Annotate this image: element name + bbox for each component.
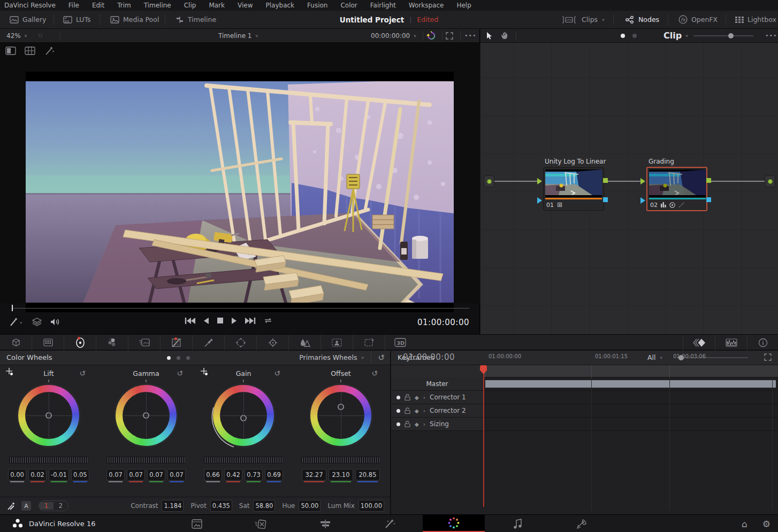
pivot-value[interactable]: 0.435 [210,500,232,512]
keyframes-filter-select[interactable]: All∨ [647,353,663,361]
lift-y-value[interactable]: 0.00 [8,469,26,481]
viewer-zoom-select[interactable]: 42%∨ [6,29,27,42]
keyframe-diamond-icon[interactable]: ◆ [415,395,419,400]
menu-view[interactable]: View [238,2,253,9]
clips-button[interactable]: Clips∨ [556,11,611,28]
pointer-tool-icon[interactable] [486,29,493,42]
viewer-clip-timecode[interactable]: 00:00:00:00∨ [371,29,417,42]
node-nav-dots[interactable] [621,29,625,42]
viewer-options-menu[interactable]: ••• [464,29,476,42]
page-tab-1[interactable]: 1 [39,502,54,510]
lift-reset-icon[interactable]: ↺ [79,369,86,377]
layers-icon[interactable] [32,318,42,326]
split-screen-icon[interactable] [5,46,16,56]
wheels-page-dots[interactable] [167,356,190,360]
key-input-port[interactable] [640,197,645,204]
gamma-b-value[interactable]: 0.07 [167,469,186,481]
saturation-value[interactable]: 58.80 [253,500,275,512]
scrubber-playhead[interactable] [12,305,13,311]
page-tab-2[interactable]: 2 [54,502,68,510]
track-lock-icon[interactable] [405,421,410,427]
expand-viewer-icon[interactable] [446,29,453,42]
step-back-button[interactable] [203,317,209,325]
menu-edit[interactable]: Edit [92,2,104,9]
gain-g-value[interactable]: 0.73 [245,469,263,481]
output-node[interactable] [765,175,775,187]
track-enable-icon[interactable] [396,396,400,399]
edit-page-button[interactable] [309,515,341,532]
gamma-master-slider[interactable] [106,457,186,464]
menu-trim[interactable]: Trim [117,2,131,9]
menu-fusion[interactable]: Fusion [307,2,327,9]
viewer-timeline-select[interactable]: Timeline 1∨ [218,29,258,42]
expand-keyframes-icon[interactable] [764,353,772,361]
rgb-output-port[interactable] [706,178,711,183]
project-manager-home-icon[interactable]: ⌂ [742,519,748,529]
menu-timeline[interactable]: Timeline [144,2,171,9]
audio-mute-icon[interactable] [50,318,61,326]
auto-wand-icon[interactable] [6,502,16,511]
node-mode-select[interactable]: Clip∨ [663,29,689,42]
menu-mark[interactable]: Mark [209,2,225,9]
gain-master-slider[interactable] [204,457,283,464]
track-corrector-1[interactable]: ◆ › Corrector 1 [391,391,778,404]
track-expand-icon[interactable]: › [423,394,425,401]
openfx-button[interactable]: fx OpenFX [673,11,723,28]
gamma-g-value[interactable]: 0.07 [147,469,165,481]
offset-master-slider[interactable] [301,457,380,464]
gain-wheel[interactable] [211,383,276,448]
viewer-scrubber[interactable] [0,303,480,313]
gain-y-value[interactable]: 0.66 [204,469,222,481]
sizing-palette[interactable] [353,335,385,350]
gain-r-value[interactable]: 0.42 [224,469,242,481]
wheels-mode-select[interactable]: Primaries Wheels∨ [299,353,364,361]
keyframes-toggle[interactable] [683,335,715,350]
scopes-toggle[interactable] [715,335,747,350]
tracker-palette[interactable] [257,335,289,350]
lift-r-value[interactable]: 0.02 [28,469,47,481]
track-corrector-2[interactable]: ◆ › Corrector 2 [391,404,778,418]
track-lock-icon[interactable] [405,394,410,400]
menu-davinci-resolve[interactable]: DaVinci Resolve [4,2,56,9]
fusion-page-button[interactable] [373,515,406,532]
power-window-palette[interactable] [225,335,257,350]
qualifier-palette[interactable] [193,335,225,350]
node-zoom-slider[interactable] [693,29,753,42]
track-enable-icon[interactable] [396,409,400,413]
lightbox-button[interactable]: Lightbox [730,11,778,28]
lift-g-value[interactable]: -0.01 [49,469,69,481]
track-enable-icon[interactable] [396,422,400,426]
reset-all-icon[interactable]: ↺ [371,352,385,363]
node-nav-dot2[interactable] [632,29,637,42]
key-output-port[interactable] [603,197,608,202]
corrector-node-1[interactable]: Unity Log To Linear 01 ⊞ [543,167,604,211]
loop-button[interactable] [263,317,273,325]
fairlight-page-button[interactable] [502,515,534,532]
color-wheels-palette-active[interactable] [64,335,96,350]
blur-palette[interactable] [289,335,321,350]
menu-workspace[interactable]: Workspace [409,2,444,9]
lift-master-slider[interactable] [9,457,88,464]
corrector-node-2-selected[interactable]: Grading 02 [646,167,707,211]
media-page-button[interactable] [181,515,213,532]
menu-file[interactable]: File [68,2,79,9]
camera-raw-palette[interactable] [0,335,32,350]
rgb-input-port[interactable] [537,178,542,184]
info-toggle[interactable] [747,335,778,350]
track-lock-icon[interactable] [405,407,410,414]
auto-balance-a-button[interactable]: A [21,501,31,511]
gain-b-value[interactable]: 0.69 [265,469,283,481]
rgb-mixer-palette[interactable] [96,335,128,350]
play-button[interactable] [231,317,238,325]
cut-page-button[interactable] [245,515,277,532]
go-to-start-button[interactable] [185,317,195,325]
keyframes-playhead-line[interactable] [483,365,484,507]
grid-view-icon[interactable] [25,46,35,56]
lum-mix-value[interactable]: 100.00 [359,500,384,512]
key-input-port[interactable] [537,197,542,204]
enhance-wand-icon[interactable] [44,46,55,56]
menu-playback[interactable]: Playback [265,2,294,9]
menu-fairlight[interactable]: Fairlight [370,2,396,9]
track-expand-icon[interactable]: › [423,421,425,428]
rgb-output-port[interactable] [603,178,608,183]
